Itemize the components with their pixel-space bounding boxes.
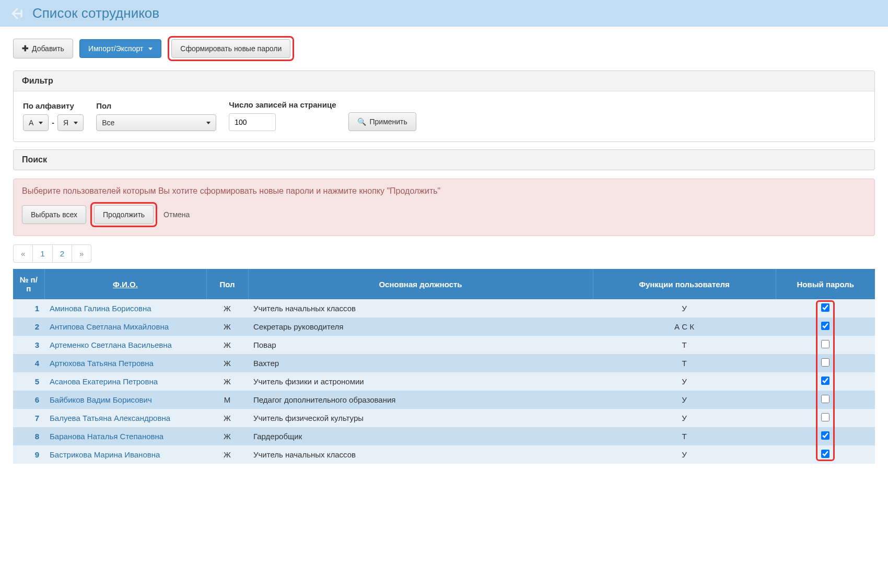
col-gender: Пол <box>206 269 248 299</box>
filter-alphabet: По алфавиту А - Я <box>23 101 84 131</box>
row-position: Учитель начальных классов <box>248 299 593 317</box>
generate-passwords-label: Сформировать новые пароли <box>180 44 282 53</box>
row-num: 3 <box>13 336 44 354</box>
employee-link[interactable]: Аминова Галина Борисовна <box>50 304 151 313</box>
row-num: 9 <box>13 445 44 464</box>
cancel-link[interactable]: Отмена <box>163 210 190 219</box>
employee-link[interactable]: Артюхова Татьяна Петровна <box>50 359 154 368</box>
row-func: Т <box>593 336 776 354</box>
table-row: 6Байбиков Вадим БорисовичМПедагог дополн… <box>13 391 875 409</box>
filter-panel-body: По алфавиту А - Я Пол Вс <box>14 91 874 142</box>
page-1[interactable]: 1 <box>32 244 52 263</box>
table-row: 1Аминова Галина БорисовнаЖУчитель началь… <box>13 299 875 317</box>
password-checkbox[interactable] <box>821 450 829 458</box>
row-num: 2 <box>13 317 44 336</box>
password-checkbox[interactable] <box>821 377 829 385</box>
employee-link[interactable]: Асанова Екатерина Петровна <box>50 377 158 386</box>
col-fio[interactable]: Ф.И.О. <box>44 269 206 299</box>
filter-gender: Пол Все <box>96 101 216 131</box>
employee-link[interactable]: Балуева Татьяна Александровна <box>50 414 170 422</box>
alphabet-to-select[interactable]: Я <box>57 114 84 131</box>
apply-button[interactable]: 🔍 Применить <box>348 112 416 131</box>
row-position: Гардеробщик <box>248 427 593 445</box>
pagination: « 1 2 » <box>13 244 875 263</box>
page-next[interactable]: » <box>72 244 91 263</box>
add-button[interactable]: ✚ Добавить <box>13 39 73 58</box>
row-func: А С К <box>593 317 776 336</box>
row-fio: Баранова Наталья Степановна <box>44 427 206 445</box>
password-checkbox[interactable] <box>821 358 829 367</box>
toolbar: ✚ Добавить Импорт/Экспорт Сформировать н… <box>0 27 888 70</box>
password-checkbox[interactable] <box>821 303 829 312</box>
continue-button[interactable]: Продолжить <box>94 205 154 224</box>
page-header: Список сотрудников <box>0 0 888 27</box>
highlight-generate-passwords: Сформировать новые пароли <box>168 36 294 61</box>
row-fio: Антипова Светлана Михайловна <box>44 317 206 336</box>
password-checkbox[interactable] <box>821 322 829 330</box>
search-icon: 🔍 <box>357 117 366 126</box>
filter-panel-title: Фильтр <box>14 71 874 91</box>
employee-link[interactable]: Байбиков Вадим Борисович <box>50 395 152 404</box>
row-pwd-cell <box>776 391 875 409</box>
col-fio-link[interactable]: Ф.И.О. <box>113 280 138 289</box>
caret-down-icon <box>206 122 211 124</box>
row-num: 7 <box>13 409 44 427</box>
page-2[interactable]: 2 <box>52 244 72 263</box>
password-checkbox[interactable] <box>821 340 829 348</box>
select-all-button[interactable]: Выбрать всех <box>22 205 86 224</box>
table-row: 2Антипова Светлана МихайловнаЖСекретарь … <box>13 317 875 336</box>
page-prev[interactable]: « <box>13 244 33 263</box>
employee-link[interactable]: Баранова Наталья Степановна <box>50 432 163 441</box>
import-export-button[interactable]: Импорт/Экспорт <box>79 39 161 58</box>
filter-perpage-label: Число записей на странице <box>229 100 336 109</box>
back-arrow-icon[interactable] <box>10 7 26 20</box>
row-num: 6 <box>13 391 44 409</box>
filter-alphabet-label: По алфавиту <box>23 101 84 110</box>
table-row: 7Балуева Татьяна АлександровнаЖУчитель ф… <box>13 409 875 427</box>
col-num: № п/п <box>13 269 44 299</box>
row-pwd-cell <box>776 372 875 391</box>
row-fio: Аминова Галина Борисовна <box>44 299 206 317</box>
row-num: 8 <box>13 427 44 445</box>
alphabet-from-select[interactable]: А <box>23 114 49 131</box>
col-func: Функции пользователя <box>593 269 776 299</box>
col-position: Основная должность <box>248 269 593 299</box>
row-position: Учитель физики и астрономии <box>248 372 593 391</box>
row-func: Т <box>593 354 776 372</box>
perpage-input[interactable] <box>229 113 276 131</box>
password-checkbox[interactable] <box>821 431 829 440</box>
password-checkbox[interactable] <box>821 395 829 403</box>
page-title: Список сотрудников <box>32 5 159 21</box>
filter-apply-group: 🔍 Применить <box>348 100 416 131</box>
employee-link[interactable]: Артеменко Светлана Васильевна <box>50 340 172 349</box>
separator: - <box>52 119 54 127</box>
table-row: 9Бастрикова Марина ИвановнаЖУчитель нача… <box>13 445 875 464</box>
continue-label: Продолжить <box>103 210 145 219</box>
select-all-label: Выбрать всех <box>31 210 77 219</box>
row-func: У <box>593 391 776 409</box>
import-export-label: Импорт/Экспорт <box>88 44 143 53</box>
row-pwd-cell <box>776 336 875 354</box>
row-position: Секретарь руководителя <box>248 317 593 336</box>
filter-perpage: Число записей на странице <box>229 100 336 131</box>
table-row: 8Баранова Наталья СтепановнаЖГардеробщик… <box>13 427 875 445</box>
alphabet-from-value: А <box>29 119 33 127</box>
highlight-continue: Продолжить <box>90 202 157 227</box>
add-button-label: Добавить <box>32 44 64 53</box>
employee-link[interactable]: Антипова Светлана Михайловна <box>50 322 169 331</box>
row-pwd-cell <box>776 409 875 427</box>
filter-panel: Фильтр По алфавиту А - Я Пол <box>13 70 875 142</box>
row-position: Повар <box>248 336 593 354</box>
row-gender: Ж <box>206 336 248 354</box>
row-pwd-cell <box>776 354 875 372</box>
caret-down-icon <box>148 48 153 50</box>
row-gender: Ж <box>206 299 248 317</box>
employee-link[interactable]: Бастрикова Марина Ивановна <box>50 450 160 459</box>
gender-select[interactable]: Все <box>96 114 216 131</box>
generate-passwords-button[interactable]: Сформировать новые пароли <box>171 39 290 58</box>
search-panel[interactable]: Поиск <box>13 149 875 170</box>
row-fio: Балуева Татьяна Александровна <box>44 409 206 427</box>
row-num: 5 <box>13 372 44 391</box>
caret-down-icon <box>39 122 43 124</box>
password-checkbox[interactable] <box>821 413 829 421</box>
